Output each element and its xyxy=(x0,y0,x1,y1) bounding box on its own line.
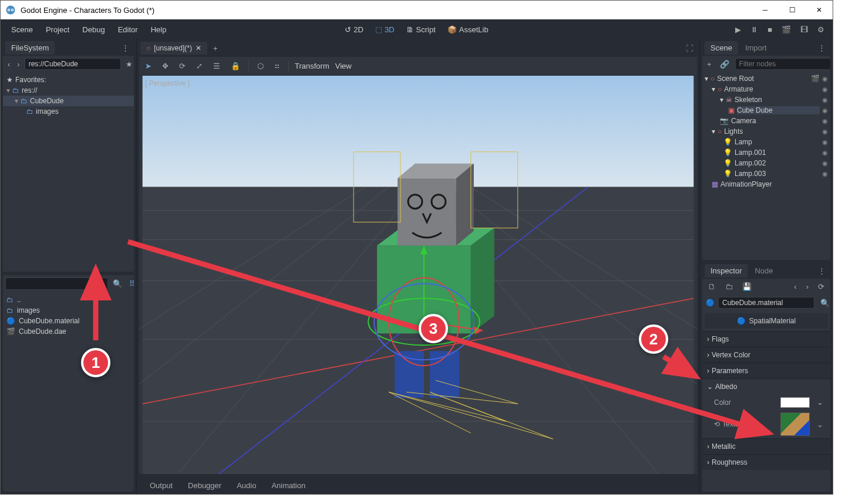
visibility-icon[interactable]: ◉ xyxy=(822,170,828,178)
tree-cubedude[interactable]: ▾🗀CubeDude xyxy=(3,96,134,106)
close-tab-icon[interactable]: ✕ xyxy=(196,44,201,52)
fullscreen-icon[interactable]: ⛶ xyxy=(683,43,696,54)
node-lights[interactable]: ▾○Lights◉ xyxy=(702,126,830,137)
section-flags[interactable]: ›Flags xyxy=(702,331,830,347)
toggle-assetlib[interactable]: 📦AssetLib xyxy=(443,23,493,36)
history-back-icon[interactable]: ‹ xyxy=(792,281,799,292)
visibility-icon[interactable]: ◉ xyxy=(822,107,828,114)
open-resource-icon[interactable]: 🗀 xyxy=(723,281,735,292)
toggle-script[interactable]: 🗎Script xyxy=(402,23,440,36)
texture-slot[interactable] xyxy=(780,412,810,436)
panel-menu-icon[interactable]: ⋮ xyxy=(816,42,828,53)
import-dock-tab[interactable]: Import xyxy=(739,41,773,55)
resource-type[interactable]: 🔵SpatialMaterial xyxy=(705,313,828,329)
history-icon[interactable]: ⟳ xyxy=(816,281,827,292)
view-menu[interactable]: View xyxy=(335,62,352,70)
perspective-label[interactable]: [ Perspective ] xyxy=(145,79,190,87)
toggle-3d[interactable]: ⬚3D xyxy=(371,23,399,36)
add-node-icon[interactable]: + xyxy=(705,59,714,70)
scene-dock-tab[interactable]: Scene xyxy=(705,41,738,55)
node-armature[interactable]: ▾○Armature◉ xyxy=(702,84,830,94)
play-custom-button[interactable]: 🎞 xyxy=(798,24,810,35)
scale-tool-icon[interactable]: ⤢ xyxy=(194,60,205,72)
favorite-icon[interactable]: ★ xyxy=(123,59,134,70)
new-resource-icon[interactable]: 🗋 xyxy=(706,281,718,292)
tree-images[interactable]: 🗀images xyxy=(3,106,134,117)
chevron-down-icon[interactable]: ⌄ xyxy=(814,419,826,430)
visibility-icon[interactable]: ◉ xyxy=(822,149,828,157)
grid-view-icon[interactable]: ⠿ xyxy=(127,278,134,289)
visibility-icon[interactable]: ◉ xyxy=(822,96,828,104)
node-lamp1[interactable]: 💡Lamp.001◉ xyxy=(702,147,830,158)
close-button[interactable]: ✕ xyxy=(806,1,833,19)
menu-editor[interactable]: Editor xyxy=(113,23,143,36)
cube-icon[interactable]: ⬡ xyxy=(255,60,266,72)
color-picker[interactable] xyxy=(780,397,810,408)
minimize-button[interactable]: ─ xyxy=(752,1,779,19)
section-vertexcolor[interactable]: ›Vertex Color xyxy=(702,347,830,363)
panel-menu-icon[interactable]: ⋮ xyxy=(119,42,132,53)
list-up[interactable]: 🗀.. xyxy=(3,295,134,305)
file-search-input[interactable] xyxy=(5,278,108,290)
node-lamp2[interactable]: 💡Lamp.002◉ xyxy=(702,158,830,168)
select-tool-icon[interactable]: ➤ xyxy=(143,60,154,72)
resource-name-input[interactable] xyxy=(718,297,814,309)
section-metallic[interactable]: ›Metallic xyxy=(702,438,830,454)
tab-audio[interactable]: Audio xyxy=(231,479,262,492)
tab-animation[interactable]: Animation xyxy=(265,479,311,492)
tree-root[interactable]: ▾🗀res:// xyxy=(3,85,134,96)
scene-icon[interactable]: 🎬 xyxy=(811,75,820,83)
history-fwd-icon[interactable]: › xyxy=(804,281,811,292)
link-icon[interactable]: 🔗 xyxy=(718,59,732,70)
tab-output[interactable]: Output xyxy=(144,479,179,492)
panel-menu-icon[interactable]: ⋮ xyxy=(816,265,828,276)
list-dae[interactable]: 🎬CubeDude.dae xyxy=(3,326,134,337)
menu-project[interactable]: Project xyxy=(41,23,74,36)
maximize-button[interactable]: ☐ xyxy=(779,1,806,19)
path-input[interactable] xyxy=(25,58,121,70)
search-icon[interactable]: 🔍 xyxy=(110,278,124,289)
visibility-icon[interactable]: ◉ xyxy=(822,160,828,167)
list-material[interactable]: 🔵CubeDube.material xyxy=(3,316,134,326)
toggle-2d[interactable]: ↺2D xyxy=(340,23,368,36)
scene-tab[interactable]: ○[unsaved](*)✕ xyxy=(140,42,207,55)
play-scene-button[interactable]: 🎬 xyxy=(779,24,793,35)
node-camera[interactable]: 📷Camera◉ xyxy=(702,116,830,126)
node-scene-root[interactable]: ▾○Scene Root🎬◉ xyxy=(702,73,830,84)
save-resource-icon[interactable]: 💾 xyxy=(740,281,754,292)
lock-icon[interactable]: 🔒 xyxy=(228,60,243,72)
add-tab-icon[interactable]: + xyxy=(211,43,220,54)
settings-icon[interactable]: ⚙ xyxy=(815,24,827,35)
revert-icon[interactable]: ⟲ xyxy=(714,420,720,428)
snap-icon[interactable]: ⠶ xyxy=(272,60,282,72)
nav-fwd-icon[interactable]: › xyxy=(15,59,22,70)
node-lamp3[interactable]: 💡Lamp.003◉ xyxy=(702,168,830,179)
node-animplayer[interactable]: ▦AnimationPlayer xyxy=(702,179,830,190)
visibility-icon[interactable]: ◉ xyxy=(822,86,828,93)
transform-menu[interactable]: Transform xyxy=(295,62,329,70)
favorites-row[interactable]: ★Favorites: xyxy=(3,75,134,85)
filter-nodes-input[interactable] xyxy=(735,58,830,70)
section-parameters[interactable]: ›Parameters xyxy=(702,363,830,378)
chevron-down-icon[interactable]: ⌄ xyxy=(814,397,826,408)
visibility-icon[interactable]: ◉ xyxy=(822,138,828,146)
filesystem-tab[interactable]: FileSystem xyxy=(5,41,55,55)
node-skeleton[interactable]: ▾☠Skeleton◉ xyxy=(702,94,830,105)
visibility-icon[interactable]: ◉ xyxy=(822,128,828,136)
node-cubedube[interactable]: ▣Cube Dube◉ xyxy=(702,105,830,116)
rotate-tool-icon[interactable]: ⟳ xyxy=(177,60,188,72)
play-button[interactable]: ▶ xyxy=(733,24,743,35)
3d-viewport[interactable]: [ Perspective ] xyxy=(139,76,697,474)
section-albedo[interactable]: ⌄Albedo xyxy=(702,378,830,394)
node-lamp[interactable]: 💡Lamp◉ xyxy=(702,137,830,147)
visibility-icon[interactable]: ◉ xyxy=(822,117,828,125)
node-tab[interactable]: Node xyxy=(749,264,779,278)
tab-debugger[interactable]: Debugger xyxy=(182,479,227,492)
visibility-icon[interactable]: ◉ xyxy=(822,75,828,83)
pause-button[interactable]: ⏸ xyxy=(748,24,760,35)
menu-help[interactable]: Help xyxy=(146,23,171,36)
inspector-tab[interactable]: Inspector xyxy=(705,264,747,278)
move-tool-icon[interactable]: ✥ xyxy=(160,60,171,72)
search-icon[interactable]: 🔍 xyxy=(818,297,830,309)
menu-debug[interactable]: Debug xyxy=(78,23,109,36)
